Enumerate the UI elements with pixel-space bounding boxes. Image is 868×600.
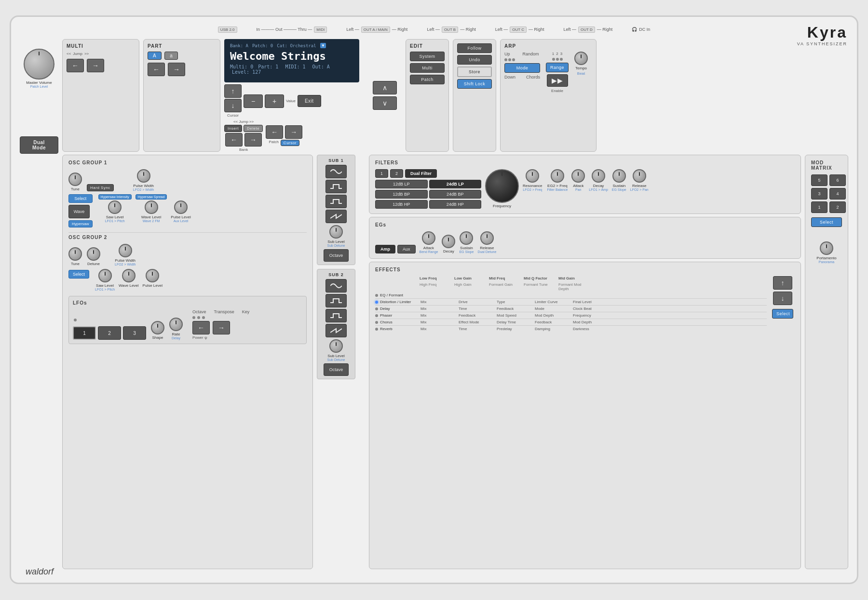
part-a-button[interactable]: A	[148, 52, 162, 60]
lfo-shape-knob[interactable]	[151, 321, 164, 334]
bank-prev-button[interactable]: ←	[225, 133, 243, 147]
osc2-wave-level-knob[interactable]	[122, 269, 136, 282]
bank-next-button[interactable]: →	[244, 133, 262, 147]
arp-play-button[interactable]: ▶▶	[547, 74, 568, 87]
filter-24lp-button[interactable]: 24dB LP	[429, 180, 482, 188]
filter-release-knob[interactable]	[633, 169, 646, 183]
eg-release-knob[interactable]	[480, 231, 494, 245]
sub2-octave-button[interactable]: Octave	[324, 363, 349, 376]
system-button[interactable]: System	[410, 52, 445, 61]
lfo-3-button[interactable]: 3	[123, 326, 146, 340]
filter-24bp-button[interactable]: 24dB BP	[429, 190, 482, 199]
nav-down-button[interactable]: ∨	[373, 96, 397, 110]
hard-sync-button[interactable]: Hard Sync	[87, 184, 114, 191]
osc2-pulse-level-knob[interactable]	[146, 269, 159, 282]
filter-attack-knob[interactable]	[571, 169, 585, 183]
portamento-knob[interactable]	[820, 241, 833, 255]
sub1-wave-tri[interactable]	[326, 195, 347, 208]
mod-slot-1[interactable]: 1	[811, 201, 827, 213]
lfo-2-button[interactable]: 2	[98, 326, 121, 340]
osc1-pw-knob[interactable]	[137, 169, 150, 183]
patch-next-button[interactable]: →	[285, 125, 302, 139]
filter-decay-knob[interactable]	[592, 169, 605, 183]
filter-sustain-knob[interactable]	[612, 169, 626, 183]
osc1-select-button[interactable]: Select	[68, 194, 93, 203]
filter-1-button[interactable]: 1	[375, 169, 388, 178]
sub1-octave-button[interactable]: Octave	[324, 249, 349, 262]
sub2-wave-square[interactable]	[326, 294, 347, 307]
exit-button[interactable]: Exit	[298, 95, 321, 107]
part-prev-button[interactable]: ←	[148, 63, 165, 76]
nav-up-button[interactable]: ∧	[373, 81, 397, 94]
osc2-saw-level-knob[interactable]	[98, 269, 112, 282]
patch-prev-button[interactable]: ←	[266, 125, 283, 139]
arp-mode-button[interactable]: Mode	[504, 63, 540, 73]
mod-matrix-select-button[interactable]: Select	[811, 217, 842, 227]
eg-sustain-knob[interactable]	[460, 231, 473, 245]
dual-filter-button[interactable]: Dual Filter	[405, 169, 437, 178]
multi-button[interactable]: Multi	[410, 63, 445, 73]
value-minus-button[interactable]: −	[244, 94, 263, 108]
filter-eg-freq-knob[interactable]	[551, 169, 564, 183]
cursor-up-button[interactable]: ↑	[224, 84, 242, 98]
hypersaw-button[interactable]: Hypersaw	[68, 220, 93, 227]
filter-12lp-button[interactable]: 12dB LP	[375, 180, 428, 188]
osc2-select-button[interactable]: Select	[68, 270, 89, 279]
osc2-tune-knob[interactable]	[68, 247, 82, 261]
transpose-right-button[interactable]: →	[213, 321, 230, 334]
sub1-level-knob[interactable]	[329, 225, 343, 239]
eg-amp-button[interactable]: Amp	[375, 245, 395, 253]
sub1-wave-square[interactable]	[326, 180, 347, 193]
patch-button[interactable]: Patch	[410, 75, 445, 84]
filter-frequency-knob[interactable]	[485, 169, 519, 203]
part-b-button[interactable]: a	[164, 52, 178, 60]
filter-12hp-button[interactable]: 12dB HP	[375, 200, 428, 209]
multi-next-button[interactable]: →	[87, 59, 104, 72]
filter-24hp-button[interactable]: 24dB HP	[429, 200, 482, 209]
dual-mode-button[interactable]: Dual Mode	[20, 136, 58, 154]
filter-12bp-button[interactable]: 12dB BP	[375, 190, 428, 199]
multi-prev-button[interactable]: ←	[67, 59, 84, 72]
cursor-button[interactable]: Cursor	[281, 140, 299, 146]
mod-slot-3[interactable]: 3	[811, 188, 827, 200]
undo-button[interactable]: Undo	[457, 55, 492, 65]
shift-lock-button[interactable]: Shift Lock	[457, 79, 492, 89]
follow-button[interactable]: Follow	[457, 43, 492, 53]
effects-down-button[interactable]: ↓	[773, 292, 792, 305]
mod-slot-6[interactable]: 6	[829, 174, 846, 186]
eg-attack-knob[interactable]	[422, 231, 435, 245]
mod-slot-4[interactable]: 4	[829, 188, 846, 200]
sub1-wave-saw[interactable]	[326, 210, 347, 223]
value-plus-button[interactable]: +	[265, 94, 284, 108]
mod-slot-2[interactable]: 2	[829, 201, 846, 213]
osc1-tune-knob[interactable]	[68, 173, 82, 186]
lfo-1-button[interactable]: 1	[73, 326, 96, 340]
effects-up-button[interactable]: ↑	[773, 276, 792, 290]
insert-button[interactable]: Insert	[224, 125, 242, 132]
sub2-level-knob[interactable]	[329, 339, 343, 353]
effects-select-button[interactable]: Select	[772, 309, 793, 319]
eg-decay-knob[interactable]	[442, 235, 455, 248]
store-button[interactable]: Store	[457, 67, 492, 77]
delete-button[interactable]: Delete	[244, 125, 263, 132]
part-next-button[interactable]: →	[168, 63, 185, 76]
osc1-wave-button[interactable]: Wave	[68, 205, 90, 218]
arp-tempo-knob[interactable]	[574, 52, 588, 65]
filter-resonance-knob[interactable]	[526, 169, 539, 183]
sub2-wave-sine[interactable]	[326, 279, 347, 293]
sub2-wave-tri[interactable]	[326, 309, 347, 322]
hypersaw-intensity-button[interactable]: Hypersaw Intensity	[98, 194, 132, 200]
cursor-down-button[interactable]: ↓	[224, 99, 242, 112]
osc2-pw-knob[interactable]	[119, 244, 132, 257]
sub1-wave-sine[interactable]	[326, 165, 347, 178]
osc1-wave-level-knob[interactable]	[145, 200, 158, 214]
osc1-pulse-level-knob[interactable]	[174, 200, 188, 214]
transpose-left-button[interactable]: ←	[192, 321, 210, 334]
eg-aux-button[interactable]: Aux	[397, 245, 416, 253]
osc2-detune-knob[interactable]	[87, 247, 100, 261]
master-volume-knob[interactable]	[24, 49, 54, 80]
osc1-saw-level-knob[interactable]	[108, 200, 122, 214]
sub2-wave-saw[interactable]	[326, 324, 347, 337]
hypersaw-spread-button[interactable]: Hypersaw Spread	[136, 194, 167, 200]
arp-range-button[interactable]: Range	[546, 63, 569, 72]
